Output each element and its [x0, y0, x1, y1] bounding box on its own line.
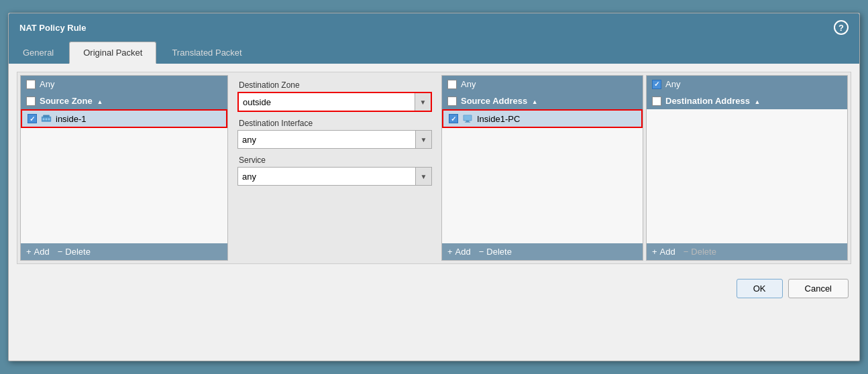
tab-general[interactable]: General — [9, 42, 68, 64]
svg-rect-7 — [466, 121, 470, 122]
source-zone-header-label: Source Zone ▲ — [40, 96, 103, 106]
dest-addr-footer: + Add − Delete — [647, 243, 847, 260]
dest-addr-any-checkbox[interactable] — [652, 80, 661, 89]
dest-addr-content — [647, 109, 847, 243]
source-zone-footer: + Add − Delete — [21, 243, 227, 260]
source-zone-header-checkbox[interactable] — [26, 97, 36, 106]
source-addr-row-inside1pc[interactable]: Inside1-PC — [442, 109, 643, 128]
source-addr-header: Source Address ▲ — [442, 92, 643, 109]
delete-icon: − — [58, 247, 63, 257]
pc-icon — [462, 113, 473, 124]
ok-button[interactable]: OK — [737, 279, 783, 298]
source-addr-row-label: Inside1-PC — [477, 114, 520, 124]
source-addr-any-label: Any — [461, 79, 476, 89]
delete-icon: − — [479, 247, 484, 257]
source-addr-header-checkbox[interactable] — [447, 97, 457, 106]
svg-point-3 — [48, 118, 50, 120]
dest-zone-dropdown-arrow[interactable]: ▼ — [415, 93, 431, 111]
tab-bar: General Original Packet Translated Packe… — [9, 42, 859, 64]
dest-addr-add-button[interactable]: + Add — [652, 247, 675, 257]
source-addr-header-label: Source Address ▲ — [461, 96, 538, 106]
source-zone-sort-icon: ▲ — [97, 99, 103, 105]
service-label: Service — [237, 155, 432, 165]
dest-addr-header-checkbox[interactable] — [652, 97, 661, 106]
dest-zone-select-row[interactable]: ▼ — [237, 92, 432, 112]
service-dropdown-arrow[interactable]: ▼ — [415, 168, 431, 185]
add-icon: + — [652, 247, 657, 257]
help-icon[interactable]: ? — [834, 20, 849, 35]
middle-bg: Destination Zone ▼ Destination Interface… — [231, 75, 439, 261]
source-zone-row-label: inside-1 — [56, 114, 87, 124]
dest-addr-header: Destination Address ▲ — [647, 92, 847, 109]
source-zone-add-button[interactable]: + Add — [26, 247, 50, 257]
middle-panel: Destination Zone ▼ Destination Interface… — [231, 75, 439, 261]
source-address-panel: Any Source Address ▲ — [441, 75, 643, 261]
source-zone-any-row: Any — [21, 76, 227, 92]
tab-translated-packet[interactable]: Translated Packet — [158, 42, 256, 64]
dest-addr-any-label: Any — [665, 79, 680, 89]
source-addr-add-button[interactable]: + Add — [447, 247, 471, 257]
dialog-header: NAT Policy Rule ? — [9, 13, 859, 42]
svg-rect-6 — [464, 115, 471, 120]
svg-rect-8 — [465, 122, 470, 123]
svg-point-2 — [45, 118, 47, 120]
source-zone-any-checkbox[interactable] — [26, 80, 36, 89]
dest-zone-input[interactable] — [239, 95, 415, 110]
tab-original-packet[interactable]: Original Packet — [69, 42, 156, 64]
source-addr-sort-icon: ▲ — [532, 99, 538, 105]
dest-zone-label: Destination Zone — [237, 80, 432, 90]
source-addr-delete-button[interactable]: − Delete — [479, 247, 512, 257]
source-addr-footer: + Add − Delete — [442, 243, 643, 260]
dest-address-panel: Any Destination Address ▲ + Add — [646, 75, 848, 261]
nat-policy-rule-dialog: NAT Policy Rule ? General Original Packe… — [8, 13, 860, 361]
source-addr-any-checkbox[interactable] — [447, 80, 457, 89]
add-icon: + — [26, 247, 32, 257]
source-zone-panel: Any Source Zone ▲ — [20, 75, 228, 261]
dest-interface-select-row[interactable]: ▼ — [237, 130, 432, 149]
dest-interface-input[interactable] — [238, 132, 415, 147]
dest-addr-delete-button[interactable]: − Delete — [684, 247, 716, 257]
dialog-title: NAT Policy Rule — [19, 23, 86, 33]
source-zone-any-label: Any — [40, 79, 54, 89]
dest-addr-header-label: Destination Address ▲ — [665, 96, 760, 106]
svg-point-1 — [42, 118, 44, 120]
source-zone-delete-button[interactable]: − Delete — [58, 247, 91, 257]
source-zone-content: inside-1 — [21, 109, 227, 243]
service-input[interactable] — [238, 169, 415, 184]
add-icon: + — [447, 247, 453, 257]
delete-icon: − — [684, 247, 689, 257]
source-zone-header: Source Zone ▲ — [21, 92, 227, 109]
source-zone-row-inside1[interactable]: inside-1 — [21, 109, 227, 128]
source-addr-row-checkbox[interactable] — [449, 114, 458, 123]
source-addr-any-row: Any — [442, 76, 643, 92]
cancel-button[interactable]: Cancel — [788, 279, 849, 298]
source-addr-content: Inside1-PC — [442, 109, 643, 243]
svg-rect-4 — [43, 115, 50, 117]
source-zone-row-checkbox[interactable] — [28, 114, 37, 123]
dest-addr-sort-icon: ▲ — [755, 99, 761, 105]
dest-interface-dropdown-arrow[interactable]: ▼ — [415, 131, 431, 148]
network-icon — [41, 113, 52, 124]
service-select-row[interactable]: ▼ — [237, 167, 432, 186]
dest-addr-any-row: Any — [647, 76, 847, 92]
dialog-footer: OK Cancel — [9, 272, 859, 305]
main-grid: Any Source Zone ▲ — [17, 72, 851, 264]
dialog-body: Any Source Zone ▲ — [9, 64, 859, 272]
dest-interface-label: Destination Interface — [237, 119, 432, 128]
